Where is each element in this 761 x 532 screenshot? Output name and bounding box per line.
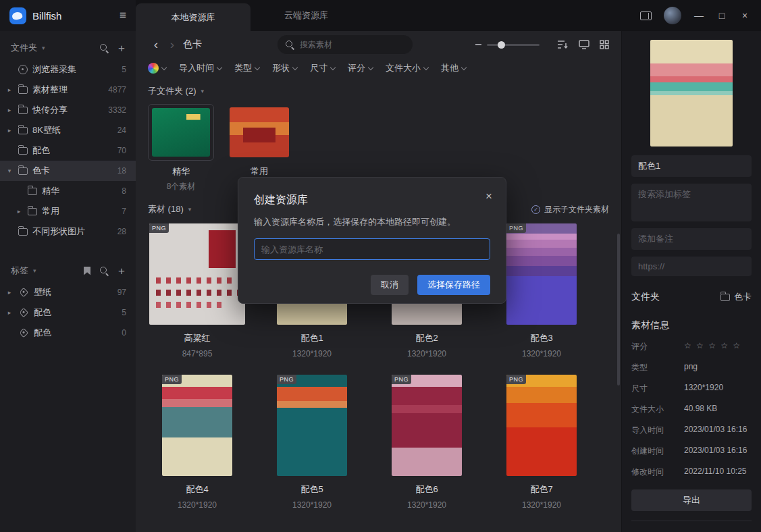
expand-icon[interactable]: ▸ (5, 86, 14, 93)
asset-peise4[interactable]: PNG 配色4 1320*1920 (148, 375, 246, 510)
forward-icon[interactable]: › (164, 37, 180, 52)
tag-search-icon[interactable] (100, 267, 109, 275)
format-badge: PNG (506, 375, 526, 384)
info-row-create-time: 创建时间2023/01/03 16:16 (631, 446, 752, 457)
color-filter[interactable] (148, 63, 166, 74)
folder-icon (18, 86, 28, 94)
choose-save-path-button[interactable]: 选择保存路径 (417, 275, 490, 295)
filter-import-time[interactable]: 导入时间 (179, 62, 221, 74)
color-wheel-icon (148, 63, 159, 74)
sidebar-item-jinghua[interactable]: 精华 8 (0, 181, 136, 201)
asset-peise6[interactable]: PNG 配色6 1320*1920 (377, 375, 476, 510)
toggle-panel-icon[interactable] (640, 11, 652, 20)
back-icon[interactable]: ‹ (148, 37, 164, 52)
cancel-button[interactable]: 取消 (371, 275, 409, 295)
maximize-button[interactable]: □ (716, 10, 727, 21)
format-badge: PNG (162, 375, 182, 384)
filter-bar: 导入时间 类型 形状 尺寸 评分 文件大小 其他 (136, 58, 621, 82)
close-button[interactable]: × (739, 10, 750, 21)
tags-header: 标签 ▾ + (0, 259, 136, 282)
divider (631, 521, 752, 521)
check-circle-icon: ✓ (531, 205, 540, 214)
filter-rating[interactable]: 评分 (348, 62, 373, 74)
tab-cloud-library[interactable]: 云端资源库 (251, 0, 362, 31)
add-tag-icon[interactable]: + (118, 265, 125, 277)
slider-knob[interactable] (498, 41, 505, 49)
filter-type[interactable]: 类型 (234, 62, 259, 74)
asset-gaolianghong[interactable]: PNG 高粱红 847*895 (148, 223, 246, 358)
chevron-down-icon[interactable]: ▾ (33, 267, 36, 274)
folder-search-icon[interactable] (100, 44, 109, 53)
sidebar-item-seka[interactable]: ▾ 色卡 18 (0, 161, 136, 181)
sidebar-tag-peise-2[interactable]: 配色 0 (0, 323, 136, 343)
expand-icon[interactable]: ▸ (15, 208, 23, 215)
library-name-input[interactable] (254, 238, 490, 260)
sidebar-tag-peise-1[interactable]: ▸ 配色 5 (0, 302, 136, 323)
filter-shape[interactable]: 形状 (272, 62, 297, 74)
avatar[interactable] (664, 7, 681, 24)
asset-folder-link[interactable]: 色卡 (720, 291, 752, 303)
billfish-logo-icon (9, 7, 26, 24)
asset-search-box[interactable] (278, 35, 413, 54)
asset-peise7[interactable]: PNG 配色7 1320*1920 (492, 375, 591, 510)
tab-local-library[interactable]: 本地资源库 (136, 3, 251, 31)
sidebar-item-shapes[interactable]: 不同形状图片 28 (0, 221, 136, 242)
asset-preview (631, 36, 752, 150)
expand-icon[interactable]: ▸ (5, 107, 14, 113)
vertical-scrollbar[interactable] (617, 234, 620, 385)
folder-icon (18, 147, 28, 155)
library-tabs: 本地资源库 云端资源库 (136, 0, 362, 31)
format-badge: PNG (277, 375, 296, 384)
search-input[interactable] (300, 40, 404, 49)
folder-icon (28, 188, 37, 195)
app-name: Billfish (32, 10, 61, 22)
link-input[interactable]: https:// (631, 257, 752, 276)
minimize-button[interactable]: — (693, 10, 704, 21)
asset-info-title: 素材信息 (631, 319, 752, 331)
asset-name-field[interactable]: 配色1 (631, 155, 752, 177)
chevron-down-icon[interactable]: ▾ (188, 206, 192, 213)
expand-icon[interactable]: ▸ (5, 309, 14, 316)
grid-view-icon[interactable] (600, 40, 609, 49)
filter-size[interactable]: 尺寸 (310, 62, 335, 74)
filter-file-size[interactable]: 文件大小 (386, 62, 428, 74)
title-bar: Billfish ≡ 本地资源库 云端资源库 — □ × (0, 0, 761, 31)
sidebar-item-peise[interactable]: 配色 70 (0, 140, 136, 161)
tag-icon (19, 308, 28, 317)
tag-icon (19, 288, 28, 297)
asset-peise3[interactable]: PNG 配色3 1320*1920 (492, 223, 591, 358)
monitor-icon[interactable] (579, 40, 589, 49)
subfolder-jinghua[interactable]: 精华 8个素材 (148, 104, 214, 192)
asset-peise5[interactable]: PNG 配色5 1320*1920 (263, 375, 361, 510)
add-folder-icon[interactable]: + (118, 43, 125, 54)
thumbnail-size-slider[interactable] (475, 44, 540, 46)
folder-icon (720, 294, 730, 301)
dialog-close-icon[interactable]: × (486, 190, 492, 202)
expand-icon[interactable]: ▸ (5, 289, 14, 296)
tag-icon (19, 328, 28, 338)
folder-icon (18, 127, 28, 134)
sidebar-item-material-organize[interactable]: ▸ 素材整理 4877 (0, 80, 136, 100)
info-row-type: 类型png (631, 362, 752, 373)
dialog-description: 输入资源库名称后，选择保存的本地路径即可创建。 (254, 216, 490, 228)
sidebar-item-quick-share[interactable]: ▸ 快传分享 3332 (0, 100, 136, 120)
sidebar: 文件夹 ▾ + 浏览器采集 5 ▸ 素材整理 4877 ▸ 快传分享 3332 … (0, 31, 136, 532)
bookmark-icon[interactable] (84, 267, 90, 275)
collapse-icon[interactable]: ▾ (5, 167, 14, 174)
sort-icon[interactable] (557, 40, 569, 49)
hamburger-menu-icon[interactable]: ≡ (120, 9, 126, 22)
chevron-down-icon[interactable]: ▾ (201, 88, 205, 95)
tag-input[interactable]: 搜索添加标签 (631, 184, 752, 221)
expand-icon[interactable]: ▸ (5, 127, 14, 134)
sidebar-item-changyong[interactable]: ▸ 常用 7 (0, 201, 136, 221)
chevron-down-icon[interactable]: ▾ (42, 45, 45, 51)
sidebar-tag-bizhi[interactable]: ▸ 壁纸 97 (0, 282, 136, 302)
filter-other[interactable]: 其他 (441, 62, 466, 74)
note-input[interactable]: 添加备注 (631, 228, 752, 250)
sidebar-item-browser-collect[interactable]: 浏览器采集 5 (0, 59, 136, 80)
show-subfolder-assets-toggle[interactable]: ✓ 显示子文件夹素材 (531, 204, 609, 215)
rating-stars[interactable]: ☆ ☆ ☆ ☆ ☆ (684, 341, 741, 352)
sidebar-item-8k-wallpaper[interactable]: ▸ 8K壁纸 24 (0, 120, 136, 140)
export-button[interactable]: 导出 (631, 489, 752, 511)
info-row-dimensions: 尺寸1320*1920 (631, 383, 752, 394)
